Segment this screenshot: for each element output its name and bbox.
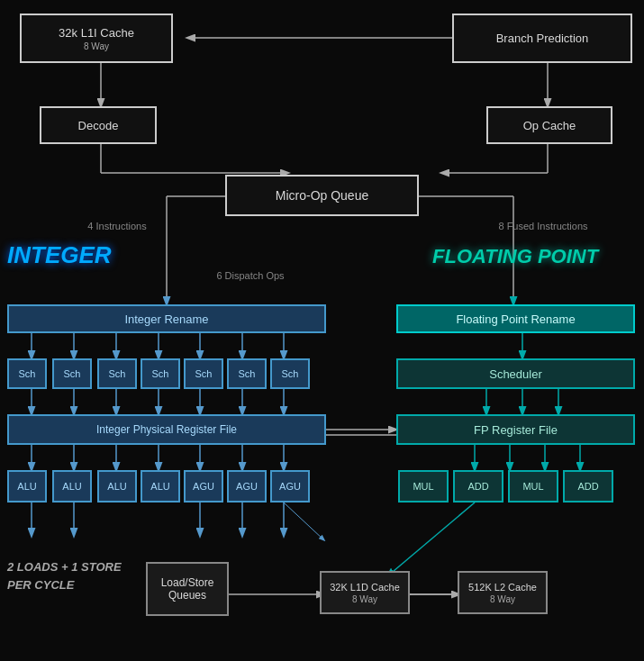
sch-box-3: Sch	[97, 358, 137, 389]
micro-op-queue-label: Micro-Op Queue	[276, 188, 368, 203]
sch-box-2: Sch	[52, 358, 92, 389]
branch-prediction-label: Branch Prediction	[496, 32, 589, 45]
dispatch-ops-label: 6 Dispatch Ops	[196, 270, 304, 281]
fp-scheduler-label: Scheduler	[489, 367, 542, 381]
load-store-box: Load/Store Queues	[146, 562, 229, 616]
sch-box-4: Sch	[141, 358, 180, 389]
l2-cache-sub: 8 Way	[490, 594, 515, 604]
eight-fused-label: 8 Fused Instructions	[476, 221, 611, 231]
loads-store-label: 2 LOADS + 1 STORE PER CYCLE	[7, 558, 142, 593]
integer-rename-box: Integer Rename	[7, 304, 326, 333]
l1d-cache-box: 32K L1D Cache 8 Way	[320, 571, 410, 614]
fp-rename-label: Floating Point Rename	[456, 312, 575, 326]
branch-prediction-box: Branch Prediction	[452, 14, 632, 63]
floating-point-label: FLOATING POINT	[432, 245, 598, 268]
l2-cache-box: 512K L2 Cache 8 Way	[458, 571, 548, 614]
l2-cache-label: 512K L2 Cache	[468, 582, 537, 593]
op-cache-label: Op Cache	[523, 119, 576, 132]
fp-rename-box: Floating Point Rename	[396, 304, 635, 333]
l1d-cache-sub: 8 Way	[352, 594, 377, 604]
sch-box-7: Sch	[270, 358, 310, 389]
op-cache-box: Op Cache	[486, 106, 612, 144]
svg-line-56	[284, 503, 324, 540]
sch-box-1: Sch	[7, 358, 47, 389]
micro-op-queue-box: Micro-Op Queue	[225, 175, 419, 216]
int-phys-reg-box: Integer Physical Register File	[7, 414, 326, 445]
cpu-diagram: Branch Prediction 32k L1I Cache 8 Way De…	[0, 0, 644, 661]
integer-rename-label: Integer Rename	[124, 312, 208, 326]
load-store-label: Load/Store Queues	[161, 576, 214, 602]
sch-box-6: Sch	[227, 358, 267, 389]
fp-reg-label: FP Register File	[474, 423, 558, 437]
agu-box-1: AGU	[184, 470, 223, 503]
add-box-2: ADD	[563, 470, 613, 503]
four-instructions-label: 4 Instructions	[68, 221, 167, 231]
decode-box: Decode	[40, 106, 157, 144]
sch-box-5: Sch	[184, 358, 223, 389]
agu-box-2: AGU	[227, 470, 267, 503]
decode-label: Decode	[78, 119, 119, 132]
svg-line-55	[387, 503, 475, 576]
l1i-cache-label: 32k L1I Cache	[59, 26, 134, 40]
alu-box-2: ALU	[52, 470, 92, 503]
l1d-cache-label: 32K L1D Cache	[330, 582, 400, 593]
l1i-cache-sub: 8 Way	[84, 41, 109, 51]
add-box-1: ADD	[453, 470, 503, 503]
alu-box-1: ALU	[7, 470, 47, 503]
mul-box-1: MUL	[398, 470, 449, 503]
l1i-cache-box: 32k L1I Cache 8 Way	[20, 14, 173, 63]
alu-box-4: ALU	[141, 470, 180, 503]
fp-scheduler-box: Scheduler	[396, 358, 635, 389]
alu-box-3: ALU	[97, 470, 137, 503]
int-phys-reg-label: Integer Physical Register File	[96, 423, 237, 436]
mul-box-2: MUL	[508, 470, 558, 503]
fp-reg-box: FP Register File	[396, 414, 635, 445]
agu-box-3: AGU	[270, 470, 310, 503]
integer-label: INTEGER	[7, 241, 112, 269]
